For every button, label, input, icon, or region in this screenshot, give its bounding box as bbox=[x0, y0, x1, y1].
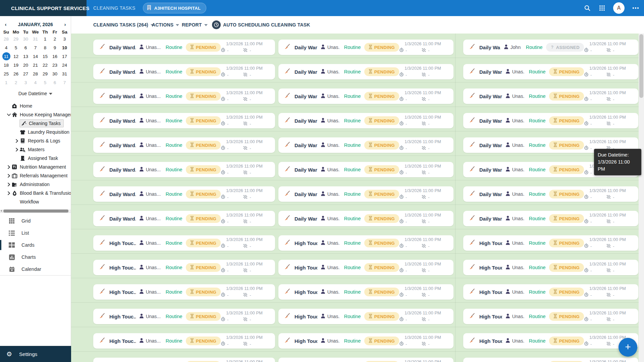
chevron-right-icon[interactable] bbox=[6, 191, 11, 195]
calendar-day[interactable]: 3 bbox=[21, 78, 31, 87]
calendar-day[interactable]: 7 bbox=[31, 43, 40, 52]
calendar-day[interactable]: 28 bbox=[1, 35, 11, 43]
sidebar-item-reports-logs[interactable]: Reports & Logs bbox=[0, 136, 71, 145]
sidebar-horizontal-scrollbar[interactable] bbox=[0, 209, 71, 213]
view-cards[interactable]: Cards bbox=[0, 239, 71, 251]
task-card[interactable]: Daily Ward...Unas...RoutinePENDING1/3/20… bbox=[463, 113, 638, 128]
calendar-day[interactable]: 21 bbox=[31, 61, 40, 69]
chevron-right-icon[interactable] bbox=[14, 139, 19, 143]
calendar-day[interactable]: 6 bbox=[21, 43, 31, 52]
calendar-day[interactable]: 12 bbox=[11, 52, 21, 61]
calendar-day[interactable]: 5 bbox=[11, 43, 21, 52]
task-card[interactable]: Daily Ward...Unas...RoutinePENDING1/3/20… bbox=[93, 186, 275, 202]
task-card[interactable]: High Touc...Unas...RoutinePENDING1/3/202… bbox=[463, 358, 638, 362]
view-list[interactable]: List bbox=[0, 227, 71, 239]
task-card[interactable]: Daily Ward...Unas...RoutinePENDING1/3/20… bbox=[278, 186, 453, 202]
task-card[interactable]: High Touc...Unas...RoutinePENDING1/3/202… bbox=[93, 235, 275, 251]
task-card[interactable]: Daily War...John ...Routine?ASSIGNED1/3/… bbox=[463, 40, 638, 55]
task-card[interactable]: Daily Ward...Unas...RoutinePENDING1/3/20… bbox=[278, 113, 453, 128]
cleaning-tasks-count-dropdown[interactable]: CLEANING TASKS (264) bbox=[93, 16, 154, 34]
task-card[interactable]: High Touc...Unas...RoutinePENDING1/3/202… bbox=[278, 309, 453, 324]
task-card[interactable]: High Touc...Unas...RoutinePENDING1/3/202… bbox=[93, 284, 275, 300]
task-card[interactable]: High Touc...Unas...RoutinePENDING1/3/202… bbox=[93, 309, 275, 324]
task-card[interactable]: High Touc...Unas...RoutinePENDING1/3/202… bbox=[463, 235, 638, 251]
view-grid[interactable]: Grid bbox=[0, 215, 71, 227]
calendar-prev-icon[interactable]: ‹ bbox=[3, 21, 8, 27]
settings-button[interactable]: ⚙ Settings bbox=[0, 346, 71, 362]
avatar[interactable]: A bbox=[613, 2, 625, 14]
task-card[interactable]: High Touc...Unas...RoutinePENDING1/3/202… bbox=[93, 333, 275, 349]
calendar-day[interactable]: 19 bbox=[11, 61, 21, 69]
task-card[interactable]: Daily Ward...Unas...RoutinePENDING1/3/20… bbox=[463, 211, 638, 226]
calendar-day[interactable]: 4 bbox=[31, 78, 40, 87]
task-card[interactable]: Daily Ward...Unas...RoutinePENDING1/3/20… bbox=[93, 211, 275, 226]
task-card[interactable]: Daily Ward...Unas...RoutinePENDING1/3/20… bbox=[93, 88, 275, 104]
auto-scheduling-button[interactable]: AUTO SCHEDULING CLEANING TASK bbox=[212, 16, 310, 34]
task-card[interactable]: Daily Ward...Unas...RoutinePENDING1/3/20… bbox=[93, 113, 275, 128]
sidebar-item-referrals-management[interactable]: Referrals Management bbox=[0, 171, 71, 180]
task-card[interactable]: High Touc...Unas...RoutinePENDING1/3/202… bbox=[278, 260, 453, 275]
calendar-day[interactable]: 31 bbox=[31, 35, 40, 43]
task-card[interactable]: High Touc...Unas...RoutinePENDING1/3/202… bbox=[463, 260, 638, 275]
calendar-day[interactable]: 28 bbox=[31, 69, 40, 78]
calendar-day[interactable]: 6 bbox=[50, 78, 60, 87]
task-card[interactable]: Daily Ward...Unas...RoutinePENDING1/3/20… bbox=[463, 88, 638, 104]
calendar-day[interactable]: 30 bbox=[21, 35, 31, 43]
task-card[interactable]: High Touc...Unas...RoutinePENDING1/3/202… bbox=[278, 333, 453, 349]
task-card[interactable]: High Touc...Unas...RoutinePENDING1/3/202… bbox=[278, 358, 453, 362]
calendar-day[interactable]: 23 bbox=[50, 61, 60, 69]
sidebar-item-nutrition-management[interactable]: Nutrition Management bbox=[0, 163, 71, 171]
task-card[interactable]: Daily Ward...Unas...RoutinePENDING1/3/20… bbox=[278, 40, 453, 55]
calendar-day[interactable]: 2 bbox=[11, 78, 21, 87]
calendar-day[interactable]: 24 bbox=[60, 61, 69, 69]
calendar-day[interactable]: 14 bbox=[31, 52, 40, 61]
sidebar-item-masters[interactable]: Masters bbox=[0, 145, 71, 154]
report-dropdown[interactable]: REPORT bbox=[182, 16, 208, 34]
task-card[interactable]: High Touc...Unas...RoutinePENDING1/3/202… bbox=[93, 260, 275, 275]
view-charts[interactable]: Charts bbox=[0, 251, 71, 263]
calendar-day[interactable]: 27 bbox=[21, 69, 31, 78]
add-task-button[interactable]: + bbox=[619, 338, 637, 357]
calendar-day[interactable]: 29 bbox=[40, 69, 50, 78]
hospital-badge[interactable]: A3HITECH HOSPITAL bbox=[143, 3, 206, 13]
task-card[interactable]: Daily Ward...Unas...RoutinePENDING1/3/20… bbox=[278, 88, 453, 104]
calendar-day[interactable]: 16 bbox=[50, 52, 60, 61]
calendar-day[interactable]: 1 bbox=[40, 35, 50, 43]
search-icon[interactable] bbox=[584, 4, 591, 12]
task-card[interactable]: Daily Ward...Unas...RoutinePENDING1/3/20… bbox=[463, 186, 638, 202]
calendar-day[interactable]: 1 bbox=[1, 78, 11, 87]
calendar-day[interactable]: 17 bbox=[60, 52, 69, 61]
task-card[interactable]: Daily Ward...Unas...RoutinePENDING1/3/20… bbox=[93, 162, 275, 177]
due-datetime-filter[interactable]: Due Datetime bbox=[0, 91, 71, 96]
calendar-day[interactable]: 9 bbox=[50, 43, 60, 52]
calendar-day[interactable]: 13 bbox=[21, 52, 31, 61]
sidebar-item-administration[interactable]: Administration bbox=[0, 180, 71, 189]
task-card[interactable]: Daily Ward...Unas...RoutinePENDING1/3/20… bbox=[93, 64, 275, 79]
scrollbar-thumb[interactable] bbox=[3, 209, 68, 213]
task-card[interactable]: Daily Ward...Unas...RoutinePENDING1/3/20… bbox=[278, 162, 453, 177]
sidebar-item-cleaning-tasks[interactable]: Cleaning Tasks bbox=[0, 119, 71, 128]
calendar-day[interactable]: 15 bbox=[40, 52, 50, 61]
calendar-day[interactable]: 10 bbox=[60, 43, 69, 52]
sidebar-item-assigned-task[interactable]: Assigned Task bbox=[0, 154, 71, 163]
tab-cleaning-tasks[interactable]: CLEANING TASKS bbox=[93, 5, 136, 11]
sidebar-item-house-keeping-management[interactable]: House Keeping Management bbox=[0, 110, 71, 119]
calendar-day[interactable]: 7 bbox=[60, 78, 69, 87]
task-card[interactable]: Daily Ward...Unas...RoutinePENDING1/3/20… bbox=[463, 64, 638, 79]
calendar-day[interactable]: 4 bbox=[1, 43, 11, 52]
calendar-next-icon[interactable]: › bbox=[63, 21, 67, 27]
calendar-day[interactable]: 2 bbox=[50, 35, 60, 43]
sidebar-item-workflow[interactable]: Workflow bbox=[0, 197, 71, 206]
calendar-day[interactable]: 26 bbox=[11, 69, 21, 78]
scrollbar-thumb[interactable] bbox=[639, 34, 643, 98]
task-card[interactable]: High Touc...Unas...RoutinePENDING1/3/202… bbox=[463, 284, 638, 300]
calendar-day[interactable]: 25 bbox=[1, 69, 11, 78]
sidebar-item-laundry-requisition[interactable]: Laundry Requisition bbox=[0, 128, 71, 136]
chevron-right-icon[interactable] bbox=[6, 183, 11, 186]
chevron-down-icon[interactable] bbox=[6, 113, 11, 116]
calendar-day[interactable]: 31 bbox=[60, 69, 69, 78]
vertical-scrollbar[interactable] bbox=[639, 34, 644, 362]
chevron-right-icon[interactable] bbox=[6, 165, 11, 169]
sidebar-item-blood-bank-transfusion-service[interactable]: Blood Bank & Transfusion Service bbox=[0, 189, 71, 197]
actions-dropdown[interactable]: ACTIONS bbox=[152, 16, 179, 34]
